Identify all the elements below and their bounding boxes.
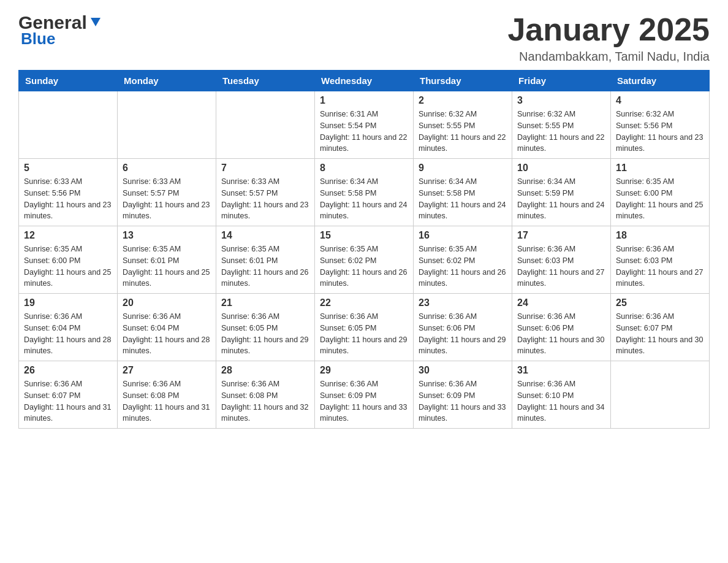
day-number: 9 xyxy=(419,163,507,174)
weekday-header-row: Sunday Monday Tuesday Wednesday Thursday… xyxy=(19,71,710,91)
calendar-cell: 16Sunrise: 6:35 AMSunset: 6:02 PMDayligh… xyxy=(414,226,512,294)
header-monday: Monday xyxy=(118,71,216,91)
calendar-cell: 23Sunrise: 6:36 AMSunset: 6:06 PMDayligh… xyxy=(414,294,512,361)
day-info: Sunrise: 6:36 AMSunset: 6:03 PMDaylight:… xyxy=(616,243,704,289)
day-info: Sunrise: 6:36 AMSunset: 6:05 PMDaylight:… xyxy=(320,311,408,357)
day-info: Sunrise: 6:36 AMSunset: 6:09 PMDaylight:… xyxy=(320,378,408,424)
calendar-week-row: 5Sunrise: 6:33 AMSunset: 5:56 PMDaylight… xyxy=(19,159,710,226)
day-number: 21 xyxy=(221,297,309,308)
calendar-cell: 20Sunrise: 6:36 AMSunset: 6:04 PMDayligh… xyxy=(118,294,216,361)
calendar-cell: 5Sunrise: 6:33 AMSunset: 5:56 PMDaylight… xyxy=(19,159,118,226)
calendar-cell: 6Sunrise: 6:33 AMSunset: 5:57 PMDaylight… xyxy=(118,159,216,226)
logo: General Blue xyxy=(18,12,103,48)
day-number: 18 xyxy=(616,230,704,241)
calendar-table: Sunday Monday Tuesday Wednesday Thursday… xyxy=(18,70,710,429)
day-number: 11 xyxy=(616,163,704,174)
day-info: Sunrise: 6:32 AMSunset: 5:55 PMDaylight:… xyxy=(419,109,507,155)
calendar-cell: 22Sunrise: 6:36 AMSunset: 6:05 PMDayligh… xyxy=(315,294,414,361)
day-info: Sunrise: 6:32 AMSunset: 5:56 PMDaylight:… xyxy=(616,109,704,155)
calendar-cell: 24Sunrise: 6:36 AMSunset: 6:06 PMDayligh… xyxy=(512,294,611,361)
day-number: 15 xyxy=(320,230,408,241)
calendar-cell: 18Sunrise: 6:36 AMSunset: 6:03 PMDayligh… xyxy=(611,226,710,294)
day-number: 31 xyxy=(517,365,605,376)
day-info: Sunrise: 6:33 AMSunset: 5:57 PMDaylight:… xyxy=(221,176,309,222)
logo-blue-text: Blue xyxy=(21,29,55,48)
day-info: Sunrise: 6:36 AMSunset: 6:07 PMDaylight:… xyxy=(616,311,704,357)
day-info: Sunrise: 6:35 AMSunset: 6:02 PMDaylight:… xyxy=(320,243,408,289)
day-number: 30 xyxy=(419,365,507,376)
day-info: Sunrise: 6:33 AMSunset: 5:56 PMDaylight:… xyxy=(24,176,112,222)
calendar-cell: 21Sunrise: 6:36 AMSunset: 6:05 PMDayligh… xyxy=(216,294,315,361)
day-info: Sunrise: 6:36 AMSunset: 6:08 PMDaylight:… xyxy=(221,378,309,424)
calendar-cell: 25Sunrise: 6:36 AMSunset: 6:07 PMDayligh… xyxy=(611,294,710,361)
calendar-cell: 9Sunrise: 6:34 AMSunset: 5:58 PMDaylight… xyxy=(414,159,512,226)
calendar-cell: 29Sunrise: 6:36 AMSunset: 6:09 PMDayligh… xyxy=(315,361,414,429)
day-info: Sunrise: 6:36 AMSunset: 6:10 PMDaylight:… xyxy=(517,378,605,424)
day-number: 13 xyxy=(123,230,211,241)
month-title: January 2025 xyxy=(507,12,710,47)
day-info: Sunrise: 6:35 AMSunset: 6:01 PMDaylight:… xyxy=(123,243,211,289)
day-info: Sunrise: 6:36 AMSunset: 6:07 PMDaylight:… xyxy=(24,378,112,424)
header-thursday: Thursday xyxy=(414,71,512,91)
logo-arrow-icon xyxy=(88,15,103,30)
calendar-cell xyxy=(216,91,315,159)
svg-marker-0 xyxy=(91,18,100,26)
calendar-cell: 12Sunrise: 6:35 AMSunset: 6:00 PMDayligh… xyxy=(19,226,118,294)
day-number: 25 xyxy=(616,297,704,308)
calendar-cell: 1Sunrise: 6:31 AMSunset: 5:54 PMDaylight… xyxy=(315,91,414,159)
calendar-week-row: 1Sunrise: 6:31 AMSunset: 5:54 PMDaylight… xyxy=(19,91,710,159)
calendar-week-row: 12Sunrise: 6:35 AMSunset: 6:00 PMDayligh… xyxy=(19,226,710,294)
day-number: 17 xyxy=(517,230,605,241)
day-info: Sunrise: 6:36 AMSunset: 6:09 PMDaylight:… xyxy=(419,378,507,424)
calendar-cell: 19Sunrise: 6:36 AMSunset: 6:04 PMDayligh… xyxy=(19,294,118,361)
calendar-week-row: 26Sunrise: 6:36 AMSunset: 6:07 PMDayligh… xyxy=(19,361,710,429)
day-number: 24 xyxy=(517,297,605,308)
header-wednesday: Wednesday xyxy=(315,71,414,91)
day-number: 27 xyxy=(123,365,211,376)
day-number: 16 xyxy=(419,230,507,241)
day-info: Sunrise: 6:36 AMSunset: 6:06 PMDaylight:… xyxy=(419,311,507,357)
calendar-cell: 10Sunrise: 6:34 AMSunset: 5:59 PMDayligh… xyxy=(512,159,611,226)
day-info: Sunrise: 6:36 AMSunset: 6:04 PMDaylight:… xyxy=(123,311,211,357)
day-number: 3 xyxy=(517,95,605,106)
day-info: Sunrise: 6:35 AMSunset: 6:00 PMDaylight:… xyxy=(616,176,704,222)
day-number: 22 xyxy=(320,297,408,308)
day-info: Sunrise: 6:34 AMSunset: 5:58 PMDaylight:… xyxy=(320,176,408,222)
day-info: Sunrise: 6:35 AMSunset: 6:01 PMDaylight:… xyxy=(221,243,309,289)
calendar-cell: 31Sunrise: 6:36 AMSunset: 6:10 PMDayligh… xyxy=(512,361,611,429)
calendar-cell: 17Sunrise: 6:36 AMSunset: 6:03 PMDayligh… xyxy=(512,226,611,294)
calendar-cell: 15Sunrise: 6:35 AMSunset: 6:02 PMDayligh… xyxy=(315,226,414,294)
day-number: 4 xyxy=(616,95,704,106)
calendar-cell xyxy=(118,91,216,159)
day-info: Sunrise: 6:36 AMSunset: 6:03 PMDaylight:… xyxy=(517,243,605,289)
day-number: 8 xyxy=(320,163,408,174)
day-info: Sunrise: 6:35 AMSunset: 6:02 PMDaylight:… xyxy=(419,243,507,289)
calendar-week-row: 19Sunrise: 6:36 AMSunset: 6:04 PMDayligh… xyxy=(19,294,710,361)
day-info: Sunrise: 6:31 AMSunset: 5:54 PMDaylight:… xyxy=(320,109,408,155)
calendar-cell: 30Sunrise: 6:36 AMSunset: 6:09 PMDayligh… xyxy=(414,361,512,429)
calendar-cell: 14Sunrise: 6:35 AMSunset: 6:01 PMDayligh… xyxy=(216,226,315,294)
day-number: 19 xyxy=(24,297,112,308)
calendar-cell: 3Sunrise: 6:32 AMSunset: 5:55 PMDaylight… xyxy=(512,91,611,159)
calendar-cell: 26Sunrise: 6:36 AMSunset: 6:07 PMDayligh… xyxy=(19,361,118,429)
location-text: Nandambakkam, Tamil Nadu, India xyxy=(507,50,710,64)
day-info: Sunrise: 6:32 AMSunset: 5:55 PMDaylight:… xyxy=(517,109,605,155)
day-number: 29 xyxy=(320,365,408,376)
calendar-cell: 8Sunrise: 6:34 AMSunset: 5:58 PMDaylight… xyxy=(315,159,414,226)
day-number: 5 xyxy=(24,163,112,174)
day-info: Sunrise: 6:35 AMSunset: 6:00 PMDaylight:… xyxy=(24,243,112,289)
calendar-body: 1Sunrise: 6:31 AMSunset: 5:54 PMDaylight… xyxy=(19,91,710,429)
calendar-cell: 13Sunrise: 6:35 AMSunset: 6:01 PMDayligh… xyxy=(118,226,216,294)
calendar-cell xyxy=(19,91,118,159)
calendar-cell: 2Sunrise: 6:32 AMSunset: 5:55 PMDaylight… xyxy=(414,91,512,159)
day-number: 1 xyxy=(320,95,408,106)
calendar-cell: 11Sunrise: 6:35 AMSunset: 6:00 PMDayligh… xyxy=(611,159,710,226)
header-tuesday: Tuesday xyxy=(216,71,315,91)
day-number: 2 xyxy=(419,95,507,106)
day-number: 6 xyxy=(123,163,211,174)
day-number: 26 xyxy=(24,365,112,376)
day-number: 14 xyxy=(221,230,309,241)
day-info: Sunrise: 6:33 AMSunset: 5:57 PMDaylight:… xyxy=(123,176,211,222)
day-number: 12 xyxy=(24,230,112,241)
day-number: 20 xyxy=(123,297,211,308)
